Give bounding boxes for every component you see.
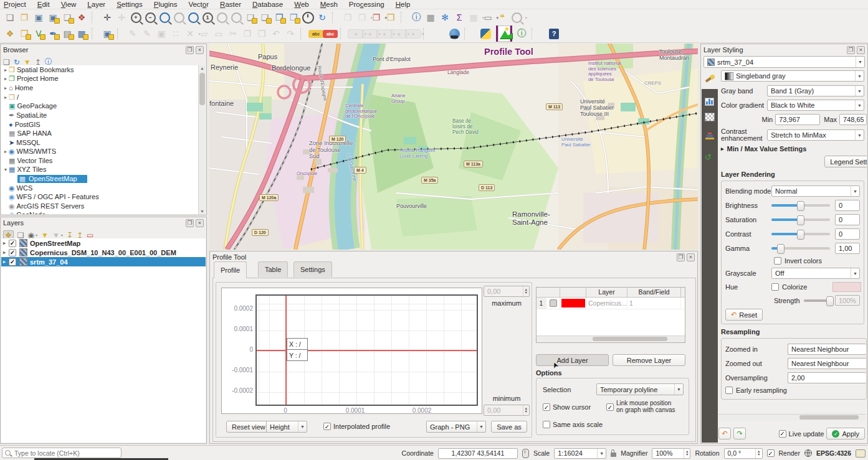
processing-toolbox-icon[interactable]: ✻	[439, 11, 451, 24]
add-layer-button[interactable]: Add Layer	[536, 354, 609, 366]
attributes-dropdown-icon[interactable]: ▦▾	[467, 11, 480, 24]
current-edits-icon[interactable]: ✎	[126, 27, 139, 40]
live-update-checkbox[interactable]: ✓	[779, 430, 786, 438]
pan-map-icon[interactable]: ✛	[101, 11, 113, 24]
menu-layer[interactable]: Layer	[87, 1, 105, 8]
gamma-slider[interactable]	[771, 247, 830, 250]
tab-settings[interactable]: Settings	[293, 261, 332, 277]
browser-item-openstreetmap[interactable]: ▦OpenStreetMap	[1, 174, 206, 184]
plugin-identify-icon[interactable]: ⓘ	[515, 27, 528, 40]
identify-features-icon[interactable]: ⓘ	[410, 11, 422, 24]
zoom-in-icon[interactable]: +	[130, 11, 142, 24]
table-column-header[interactable]	[560, 288, 586, 297]
paste-features-icon[interactable]: ❒	[255, 27, 268, 40]
profile-tool-icon[interactable]	[498, 27, 510, 40]
layer-visibility-checkbox[interactable]: ✓	[9, 240, 16, 247]
metasearch-icon[interactable]	[448, 27, 460, 40]
undock-icon[interactable]: ❐	[186, 219, 194, 227]
delete-selected-icon[interactable]: ▭	[212, 27, 225, 40]
browser-item-project-home[interactable]: ▸❐Project Home	[1, 75, 206, 84]
help-icon[interactable]: ?	[548, 27, 560, 40]
show-spatial-bookmarks-icon[interactable]: ❒	[273, 11, 285, 24]
zoom-native-icon[interactable]: 1	[201, 11, 214, 24]
apply-button[interactable]: ✓Apply	[826, 428, 865, 439]
color-gradient-select[interactable]: Black to White▼	[767, 100, 864, 111]
saturation-slider[interactable]	[771, 218, 830, 221]
contrast-value[interactable]: 0	[835, 228, 860, 240]
zoom-last-icon[interactable]	[216, 11, 228, 24]
menu-mesh[interactable]: Mesh	[320, 1, 338, 8]
coordinate-input[interactable]: 1,42307 43,54141	[438, 448, 518, 459]
new-map-view-icon[interactable]: ❏	[244, 11, 257, 24]
browser-item-home[interactable]: ▸⌂Home	[1, 83, 206, 93]
layer-visibility-checkbox[interactable]: ✓	[9, 249, 16, 256]
select-features-icon[interactable]: ❐	[341, 11, 354, 24]
zoom-to-selection-icon[interactable]	[173, 11, 185, 24]
layer-color-swatch[interactable]	[561, 299, 585, 307]
browser-item-sap-hana[interactable]: ▦SAP HANA	[1, 129, 206, 138]
label-tool-1-icon[interactable]: a▾	[350, 27, 362, 40]
show-cursor-checkbox[interactable]: ✓	[543, 403, 550, 411]
render-checkbox[interactable]: ✓	[767, 449, 775, 457]
menu-edit[interactable]: Edit	[37, 1, 50, 8]
browser-item-spatialite[interactable]: ✒SpatiaLite	[1, 111, 206, 120]
save-layer-edits-icon[interactable]: ▣	[155, 27, 168, 40]
layer-item-copernicus-dsm-10-n43-00-e001-00-dem[interactable]: ▸✓Copernicus_DSM_10_N43_00_E001_00_DEM	[1, 248, 206, 257]
zoomed-out-select[interactable]: Nearest Neighbour	[788, 358, 866, 369]
menu-vector[interactable]: Vector	[188, 1, 209, 8]
redo-style-button[interactable]: ↷	[733, 428, 746, 439]
undo-icon[interactable]: ↶	[270, 27, 282, 40]
tab-table[interactable]: Table	[258, 261, 288, 277]
histogram-icon[interactable]	[705, 98, 715, 106]
rotation-spinbox[interactable]: 0,0 °▲▼	[724, 448, 763, 459]
locator-search[interactable]	[2, 448, 122, 458]
same-axis-checkbox[interactable]	[543, 421, 550, 428]
saturation-value[interactable]: 0	[835, 214, 860, 225]
browser-item-geopackage[interactable]: ▣GeoPackage	[1, 101, 206, 111]
layer-item-srtm-37-04[interactable]: ▸✓srtm_37_04	[1, 257, 206, 266]
history-icon[interactable]: ↺	[705, 153, 715, 161]
open-data-source-icon[interactable]: ❒	[18, 27, 31, 40]
deselect-features-icon[interactable]: ❐▾	[370, 11, 383, 24]
legend-settings-button[interactable]: Legend Sett	[824, 156, 867, 167]
profile-plot[interactable]: 0.00020.00010-0.0001-0.000200.00010.0002…	[221, 288, 482, 414]
scale-select[interactable]: 1:16024▼	[554, 448, 606, 459]
browser-item-mssql[interactable]: ➤MSSQL	[1, 138, 206, 148]
browser-item-xyz-tiles[interactable]: ▾▦XYZ Tiles	[1, 166, 206, 175]
minmax-settings[interactable]: Min / Max Value Settings	[727, 145, 807, 153]
zoom-full-icon[interactable]	[158, 11, 171, 24]
browser-item-arcgis-rest-servers[interactable]: ◉ArcGIS REST Servers	[1, 202, 206, 211]
toggle-editing-icon[interactable]: ✎	[141, 27, 153, 40]
reset-button[interactable]: ↶Reset	[725, 309, 763, 321]
colorize-color-swatch[interactable]	[832, 282, 861, 292]
copy-features-icon[interactable]: ❐	[241, 27, 254, 40]
interpolated-checkbox[interactable]: ✓	[323, 423, 331, 430]
grayscale-select[interactable]: Off▼	[771, 268, 860, 279]
refresh-icon[interactable]: ↻	[316, 11, 328, 24]
locator-input[interactable]	[13, 449, 118, 458]
layer-enabled-checkbox[interactable]	[550, 299, 557, 307]
graph-format-select[interactable]: Graph - PNG▼	[426, 421, 486, 433]
map-tips-icon[interactable]: ❝	[496, 11, 508, 24]
undock-icon[interactable]: ❐	[847, 46, 855, 54]
oversampling-spinbox[interactable]: 2,00	[788, 372, 866, 383]
selection-select[interactable]: Temporary polyline▼	[596, 383, 684, 395]
new-spatial-bookmark-icon[interactable]: ❒	[287, 11, 300, 24]
table-column-header[interactable]: Band/Field	[627, 288, 681, 297]
invert-colors-checkbox[interactable]	[774, 257, 781, 265]
modify-attributes-icon[interactable]: ▱	[198, 27, 211, 40]
lock-icon[interactable]	[611, 453, 616, 457]
add-feature-icon[interactable]: ∷	[169, 27, 182, 40]
menu-settings[interactable]: Settings	[117, 1, 143, 8]
browser-scrollbar[interactable]: ▲▼	[198, 65, 206, 214]
data-source-manager-icon[interactable]: ❖	[4, 27, 16, 40]
gamma-value[interactable]: 1,00	[835, 243, 860, 254]
table-row[interactable]: 1Copernicus...1	[537, 298, 685, 309]
table-column-header[interactable]	[537, 288, 560, 297]
gray-band-select[interactable]: Band 1 (Gray)▼	[767, 85, 864, 96]
browser-item-geonode[interactable]: ✳GeoNode	[1, 211, 206, 215]
statistical-summary-icon[interactable]: Σ	[453, 11, 465, 24]
layer-diagram-icon[interactable]: abc	[324, 27, 336, 40]
styling-scrollbar[interactable]	[718, 414, 866, 421]
zoom-to-layer-icon[interactable]	[187, 11, 199, 24]
